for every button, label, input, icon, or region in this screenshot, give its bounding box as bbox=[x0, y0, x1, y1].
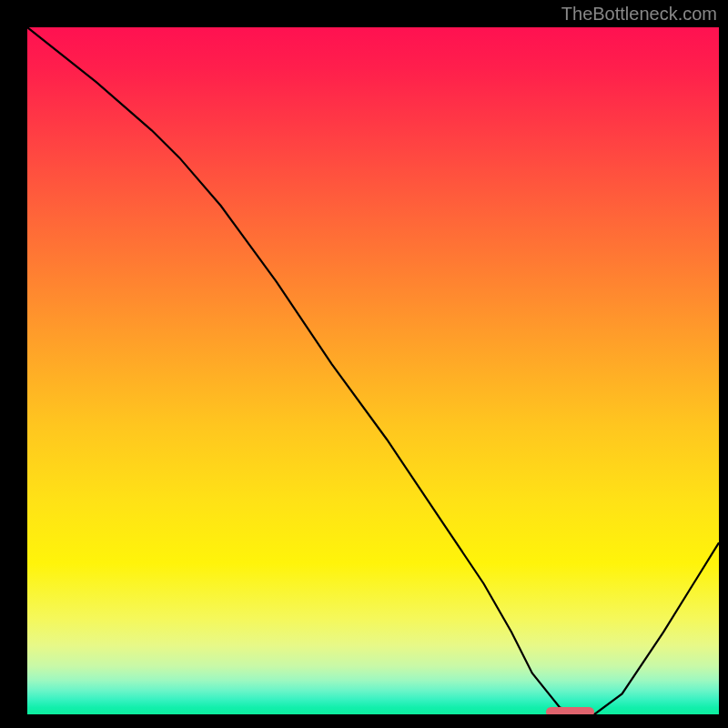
optimal-range-marker bbox=[546, 707, 594, 714]
frame-bottom bbox=[0, 714, 728, 728]
chart-container: TheBottleneck.com bbox=[0, 0, 728, 728]
bottleneck-curve bbox=[27, 27, 719, 714]
frame-left bbox=[0, 0, 27, 728]
curve-svg bbox=[27, 27, 719, 714]
frame-right bbox=[719, 0, 728, 728]
plot-area bbox=[27, 27, 719, 714]
watermark-text: TheBottleneck.com bbox=[561, 4, 717, 25]
